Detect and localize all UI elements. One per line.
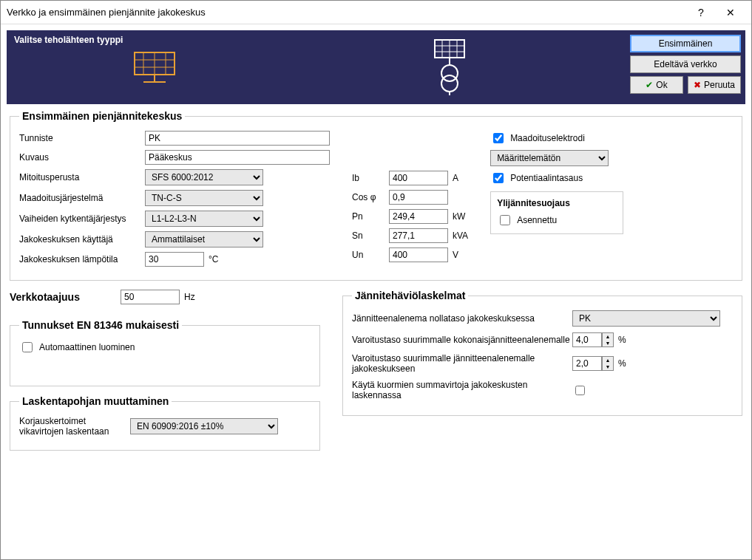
mitoitus-label: Mitoitusperusta <box>19 172 145 182</box>
maarit-select[interactable]: Määrittelemätön <box>490 150 609 166</box>
tunnukset-section: Tunnukset EN 81346 mukaisesti Automaatti… <box>10 319 320 386</box>
pn-unit: kW <box>453 211 465 222</box>
summa-check[interactable] <box>575 386 585 395</box>
laskenta-legend: Laskentapohjan muuttaminen <box>19 395 172 407</box>
maadoitus-select[interactable]: TN-C-S <box>145 190 263 206</box>
svg-point-16 <box>441 75 458 92</box>
jannite-legend: Jännitehäviölaskelmat <box>352 290 468 301</box>
svg-point-15 <box>441 65 458 81</box>
main-section: Ensimmäinen pienjännitekeskus Tunniste K… <box>10 110 742 281</box>
jannite-section: Jännitehäviölaskelmat Jännitteenalenema … <box>342 290 742 416</box>
ok-button[interactable]: ✔Ok <box>630 76 683 94</box>
vaihe-label: Vaiheiden kytkentäjärjestys <box>19 214 145 224</box>
sn-unit: kVA <box>453 231 468 241</box>
kuvaus-label: Kuvaus <box>19 152 145 163</box>
cos-input[interactable] <box>389 190 448 205</box>
summa-label: Käytä kuormien summavirtoja jakokeskuste… <box>352 380 572 400</box>
korj-label: Korjauskertoimet vikavirtojen laskentaan <box>19 416 130 437</box>
ib-label: Ib <box>352 173 389 183</box>
freq-input[interactable] <box>121 290 180 304</box>
kayttaja-select[interactable]: Ammattilaiset <box>145 231 263 247</box>
auto-luominen-check[interactable]: Automaattinen luominen <box>19 340 311 355</box>
content-area: Ensimmäinen pienjännitekeskus Tunniste K… <box>1 110 751 468</box>
korj-select[interactable]: EN 60909:2016 ±10% <box>130 418 278 434</box>
ib-unit: A <box>453 173 458 183</box>
tunnukset-legend: Tunnukset EN 81346 mukaisesti <box>19 319 182 331</box>
transformer-icon[interactable] <box>424 38 475 97</box>
close-button[interactable]: ✕ <box>716 7 745 18</box>
varo1-input[interactable] <box>572 332 602 347</box>
potentiaalintasaus-check[interactable]: Potentiaalintasaus <box>490 171 623 185</box>
main-legend: Ensimmäinen pienjännitekeskus <box>19 110 185 122</box>
varo2-down[interactable]: ▼ <box>603 363 613 370</box>
help-button[interactable]: ? <box>686 7 716 18</box>
dialog-window: Verkko ja ensimmäinen pienjännite jakoke… <box>0 0 752 560</box>
maadoituselektrodi-check[interactable]: Maadoituselektrodi <box>490 131 623 146</box>
lampo-input[interactable] <box>145 252 204 267</box>
source-type-banner: Valitse teholähteen tyyppi Ensimmäinen E… <box>7 30 745 104</box>
mitoitus-select[interactable]: SFS 6000:2012 <box>145 169 263 185</box>
un-label: Un <box>352 250 389 260</box>
pct2: % <box>618 358 626 369</box>
sn-label: Sn <box>352 231 389 241</box>
un-unit: V <box>453 250 458 260</box>
nolla-select[interactable]: PK <box>572 310 720 327</box>
pn-label: Pn <box>352 211 389 222</box>
first-button[interactable]: Ensimmäinen <box>630 35 741 52</box>
maadoitus-label: Maadoitusjärjestelmä <box>19 193 145 203</box>
varo1-label: Varoitustaso suurimmalle kokonaisjännitt… <box>352 335 572 345</box>
banner-buttons: Ensimmäinen Edeltävä verkko ✔Ok ✖Peruuta <box>630 35 741 98</box>
banner-icons <box>7 38 597 97</box>
asennettu-check[interactable]: Asennettu <box>497 213 617 228</box>
varo2-up[interactable]: ▲ <box>603 357 613 363</box>
un-input[interactable] <box>389 247 448 262</box>
previous-network-button[interactable]: Edeltävä verkko <box>630 55 741 73</box>
pct1: % <box>618 335 626 345</box>
tunniste-input[interactable] <box>145 131 330 146</box>
cos-label: Cos φ <box>352 192 389 202</box>
ib-input[interactable] <box>389 171 448 185</box>
titlebar: Verkko ja ensimmäinen pienjännite jakoke… <box>1 1 751 24</box>
nolla-label: Jännitteenalenema nollataso jakokeskukse… <box>352 313 572 324</box>
kayttaja-label: Jakokeskuksen käyttäjä <box>19 234 145 245</box>
cancel-button[interactable]: ✖Peruuta <box>688 76 741 94</box>
solar-panel-icon[interactable] <box>129 49 180 86</box>
varo2-input[interactable] <box>572 356 602 371</box>
cross-icon: ✖ <box>694 80 701 90</box>
check-icon: ✔ <box>646 80 653 90</box>
tunniste-label: Tunniste <box>19 133 145 143</box>
window-title: Verkko ja ensimmäinen pienjännite jakoke… <box>7 7 686 18</box>
varo1-up[interactable]: ▲ <box>603 333 613 340</box>
kuvaus-input[interactable] <box>145 150 330 165</box>
lampo-unit: °C <box>209 254 218 264</box>
freq-unit: Hz <box>184 292 195 302</box>
varo1-down[interactable]: ▼ <box>603 340 613 346</box>
varo2-label: Varoitustaso suurimmalle jännitteenalene… <box>352 353 572 374</box>
laskenta-section: Laskentapohjan muuttaminen Korjauskertoi… <box>10 395 320 451</box>
lampo-label: Jakokeskuksen lämpötila <box>19 254 145 264</box>
ylijannite-group: Ylijännitesuojaus Asennettu <box>490 191 623 234</box>
pn-input[interactable] <box>389 209 448 224</box>
sn-input[interactable] <box>389 228 448 243</box>
vaihe-select[interactable]: L1-L2-L3-N <box>145 211 263 227</box>
yli-legend: Ylijännitesuojaus <box>497 198 617 208</box>
freq-label: Verkkotaajuus <box>10 291 121 303</box>
